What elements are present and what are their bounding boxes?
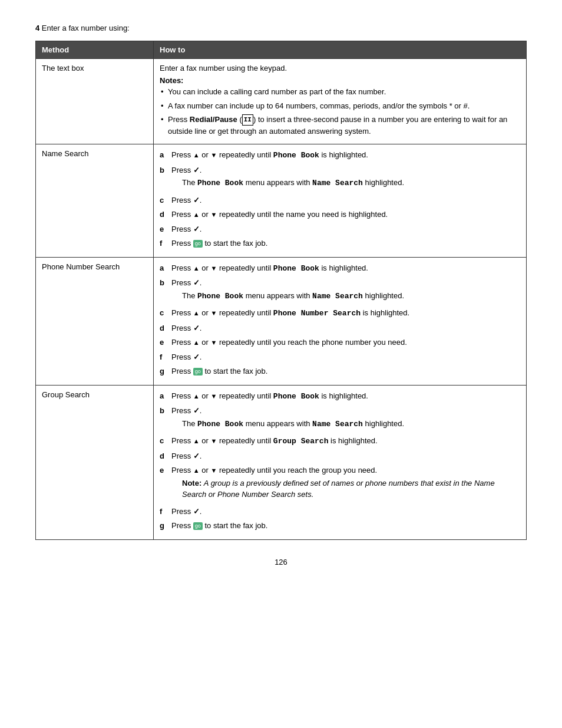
step-content: Press ✓. The Phone Book menu appears wit…	[171, 277, 520, 304]
method-phone-search: Phone Number Search	[36, 257, 154, 385]
step-content: Press ✓. The Phone Book menu appears wit…	[171, 164, 520, 192]
up-arrow-icon: ▲	[193, 151, 200, 159]
step-letter: d	[160, 322, 168, 334]
intro-content: Enter a fax number using:	[42, 24, 130, 32]
step-letter: c	[160, 435, 168, 447]
step-number: 4	[35, 24, 39, 32]
up-arrow-icon: ▲	[193, 211, 200, 218]
howto-group-search: a Press ▲ or ▼ repeatedly until Phone Bo…	[154, 385, 527, 539]
note-item: You can include a calling card number as…	[160, 86, 520, 98]
up-arrow-icon: ▲	[193, 437, 200, 444]
sub-text: The Phone Book menu appears with Name Se…	[171, 290, 520, 302]
redial-icon: II	[242, 114, 253, 126]
list-item: b Press ✓. The Phone Book menu appears w…	[160, 164, 520, 192]
step-letter: b	[160, 164, 168, 192]
redial-label: Redial/Pause	[190, 115, 237, 124]
phonebook-label: Phone Book	[273, 264, 319, 273]
down-arrow-icon: ▼	[211, 151, 217, 159]
step-content: Press ▲ or ▼ repeatedly until Phone Book…	[171, 149, 520, 162]
step-letter: e	[160, 337, 168, 348]
down-arrow-icon: ▼	[211, 339, 217, 346]
group-note: Note: A group is a previously defined se…	[171, 477, 520, 500]
down-arrow-icon: ▼	[211, 265, 217, 272]
method-group-search: Group Search	[36, 385, 154, 539]
list-item: g Press go to start the fax job.	[160, 520, 520, 532]
up-arrow-icon: ▲	[193, 309, 200, 317]
step-letter: a	[160, 149, 168, 162]
list-item: b Press ✓. The Phone Book menu appears w…	[160, 405, 520, 432]
step-content: Press ▲ or ▼ repeatedly until the name y…	[171, 209, 520, 220]
step-content: Press ▲ or ▼ repeatedly until Group Sear…	[171, 435, 520, 447]
phonebook-label: Phone Book	[273, 151, 319, 160]
textbox-intro: Enter a fax number using the keypad.	[160, 64, 287, 73]
list-item: f Press ✓.	[160, 506, 520, 518]
list-item: d Press ✓.	[160, 322, 520, 334]
step-content: Press ▲ or ▼ repeatedly until Phone Numb…	[171, 307, 520, 319]
intro-text: 4 Enter a fax number using:	[35, 24, 527, 32]
step-content: Press ▲ or ▼ repeatedly until Phone Book…	[171, 390, 520, 403]
step-letter: a	[160, 262, 168, 275]
name-search-steps: a Press ▲ or ▼ repeatedly until Phone Bo…	[160, 149, 520, 249]
up-arrow-icon: ▲	[193, 339, 200, 346]
checkmark: ✓	[193, 278, 200, 287]
step-content: Press go to start the fax job.	[171, 238, 520, 249]
step-content: Press ✓.	[171, 195, 520, 206]
list-item: c Press ✓.	[160, 195, 520, 206]
step-letter: g	[160, 365, 168, 377]
list-item: d Press ▲ or ▼ repeatedly until the name…	[160, 209, 520, 220]
step-content: Press ✓.	[171, 223, 520, 235]
up-arrow-icon: ▲	[193, 393, 200, 400]
step-content: Press ✓.	[171, 506, 520, 518]
checkmark: ✓	[193, 225, 200, 233]
note-text: A group is a previously defined set of n…	[182, 479, 495, 499]
checkmark: ✓	[193, 353, 200, 361]
step-content: Press go to start the fax job.	[171, 365, 520, 377]
step-content: Press ✓.	[171, 351, 520, 363]
list-item: e Press ▲ or ▼ repeatedly until you reac…	[160, 465, 520, 503]
step-content: Press ✓. The Phone Book menu appears wit…	[171, 405, 520, 432]
phonebook-ref: Phone Book	[197, 179, 243, 187]
list-item: e Press ✓.	[160, 223, 520, 235]
list-item: f Press ✓.	[160, 351, 520, 363]
step-letter: f	[160, 351, 168, 363]
note-label: Note:	[182, 479, 201, 487]
note-item: A fax number can include up to 64 number…	[160, 100, 520, 112]
list-item: e Press ▲ or ▼ repeatedly until you reac…	[160, 337, 520, 348]
step-letter: c	[160, 195, 168, 206]
list-item: b Press ✓. The Phone Book menu appears w…	[160, 277, 520, 304]
list-item: d Press ✓.	[160, 450, 520, 462]
list-item: a Press ▲ or ▼ repeatedly until Phone Bo…	[160, 149, 520, 162]
down-arrow-icon: ▼	[211, 437, 217, 444]
name-search-ref: Name Search	[312, 292, 363, 301]
step-content: Press ▲ or ▼ repeatedly until you reach …	[171, 337, 520, 348]
list-item: a Press ▲ or ▼ repeatedly until Phone Bo…	[160, 390, 520, 403]
table-row: The text box Enter a fax number using th…	[36, 59, 527, 144]
list-item: c Press ▲ or ▼ repeatedly until Phone Nu…	[160, 307, 520, 319]
go-button-icon: go	[193, 240, 203, 248]
list-item: f Press go to start the fax job.	[160, 238, 520, 249]
table-row: Phone Number Search a Press ▲ or ▼ repea…	[36, 257, 527, 385]
down-arrow-icon: ▼	[211, 393, 217, 400]
up-arrow-icon: ▲	[193, 467, 200, 474]
step-letter: e	[160, 465, 168, 503]
step-content: Press ▲ or ▼ repeatedly until you reach …	[171, 465, 520, 503]
sub-text: The Phone Book menu appears with Name Se…	[171, 177, 520, 189]
list-item: a Press ▲ or ▼ repeatedly until Phone Bo…	[160, 262, 520, 275]
step-letter: d	[160, 209, 168, 220]
step-content: Press ✓.	[171, 322, 520, 334]
go-button-icon: go	[193, 522, 203, 530]
col-method: Method	[36, 41, 154, 59]
step-letter: f	[160, 238, 168, 249]
step-letter: d	[160, 450, 168, 462]
step-content: Press ✓.	[171, 450, 520, 462]
step-letter: b	[160, 277, 168, 304]
phone-number-search-ref: Phone Number Search	[273, 309, 361, 318]
checkmark: ✓	[193, 196, 200, 205]
method-name-search: Name Search	[36, 144, 154, 258]
name-search-ref: Name Search	[312, 420, 363, 429]
checkmark: ✓	[193, 324, 200, 332]
page-number: 126	[35, 558, 527, 566]
checkmark: ✓	[193, 406, 200, 415]
list-item: c Press ▲ or ▼ repeatedly until Group Se…	[160, 435, 520, 447]
checkmark: ✓	[193, 507, 200, 516]
